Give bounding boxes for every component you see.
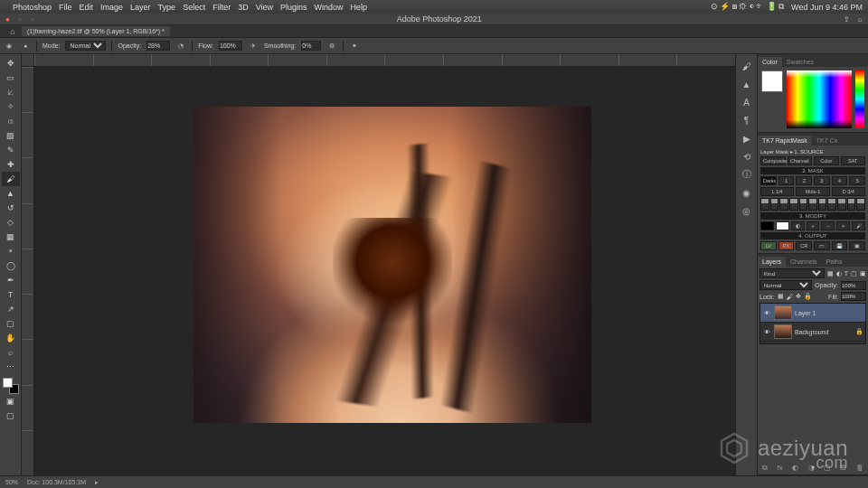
tk-zone1[interactable]: 1 — [778, 176, 795, 185]
fill-input[interactable] — [841, 292, 866, 301]
tk-out-lv[interactable]: LV — [760, 241, 777, 250]
zoom-icon[interactable]: ● — [31, 15, 35, 23]
menubar-clock[interactable]: Wed Jun 9 4:46 PM — [791, 3, 863, 12]
search-icon[interactable]: ⌕ — [858, 15, 863, 23]
menu-select[interactable]: Select — [183, 3, 205, 12]
eyedropper-tool-icon[interactable]: ✎ — [2, 143, 20, 157]
tk-icon[interactable]: ◉ — [738, 184, 756, 201]
frame-tool-icon[interactable]: ▧ — [2, 128, 20, 143]
tab-layers[interactable]: Layers — [758, 257, 786, 267]
ruler-vertical[interactable] — [22, 67, 34, 475]
color-spectrum[interactable] — [787, 70, 852, 128]
path-tool-icon[interactable]: ↗ — [2, 302, 20, 316]
shape-tool-icon[interactable]: ▢ — [2, 316, 20, 331]
tab-tk-cx[interactable]: TK7 Cx — [812, 136, 842, 145]
tk-mod-black[interactable] — [760, 221, 774, 230]
tk-mod-white[interactable] — [776, 221, 789, 230]
layer-name[interactable]: Background — [795, 329, 828, 335]
move-tool-icon[interactable]: ✥ — [2, 56, 20, 70]
menu-view[interactable]: View — [256, 3, 273, 12]
action-panel-icon[interactable]: ▶ — [738, 130, 756, 146]
brush-panel-icon[interactable]: 🖌 — [738, 58, 756, 74]
app-menu[interactable]: Photoshop — [13, 3, 52, 12]
airbrush-icon[interactable]: ✈ — [248, 41, 259, 52]
status-icons[interactable]: ⊙ ⚡ ▣ ⚙ ◐ ᯤ 🔋 ⧉ — [711, 2, 785, 12]
share-icon[interactable]: ⇪ — [844, 15, 850, 23]
lock-pix-icon[interactable]: 🖌 — [787, 294, 793, 300]
tool-preset-icon[interactable]: ◉ — [4, 41, 14, 52]
group-icon[interactable]: ▢ — [824, 464, 831, 473]
menu-type[interactable]: Type — [158, 3, 176, 12]
wand-tool-icon[interactable]: ✧ — [2, 99, 20, 114]
visibility-icon[interactable]: 👁 — [762, 327, 771, 336]
link-layers-icon[interactable]: ⧉ — [762, 464, 768, 473]
brush-tool-icon[interactable]: 🖌 — [2, 172, 20, 186]
tk-composite-button[interactable]: Composite — [760, 156, 786, 165]
zoom-tool-icon[interactable]: ⌕ — [2, 345, 20, 360]
layer-name[interactable]: Layer 1 — [795, 310, 816, 316]
tab-tk-rapidmask[interactable]: TK7 RapidMask — [758, 136, 812, 145]
layer-blend-select[interactable]: Normal — [760, 280, 812, 290]
tk-mod-x[interactable]: × — [836, 221, 850, 230]
blend-mode-select[interactable]: Normal — [65, 41, 106, 51]
heal-tool-icon[interactable]: ✚ — [2, 157, 20, 172]
tk-mod-plus[interactable]: + — [807, 221, 820, 230]
para-panel-icon[interactable]: ¶ — [738, 112, 756, 128]
tk-out-px[interactable]: PX — [778, 241, 795, 250]
clone-panel-icon[interactable]: ▲ — [738, 76, 756, 92]
layer-opacity-input[interactable] — [841, 281, 866, 290]
tab-color[interactable]: Color — [758, 57, 782, 67]
brush-preview-icon[interactable]: ● — [20, 41, 31, 52]
filter-shape-icon[interactable]: ▢ — [851, 270, 857, 277]
fx-icon[interactable]: fx — [778, 464, 783, 473]
color-swatches[interactable] — [3, 378, 19, 394]
dodge-tool-icon[interactable]: ◯ — [2, 258, 20, 273]
tk-zone3[interactable]: 3 — [814, 176, 830, 185]
tk-l14[interactable]: L 1/4 — [760, 187, 794, 196]
marquee-tool-icon[interactable]: ▭ — [2, 70, 20, 85]
new-layer-icon[interactable]: ⊞ — [840, 464, 846, 473]
filter-pix-icon[interactable]: ▦ — [827, 270, 834, 277]
opacity-input[interactable] — [146, 41, 170, 51]
doc-size[interactable]: Doc: 100.3M/105.3M — [27, 479, 86, 485]
screenmode-icon[interactable]: ▢ — [2, 408, 20, 423]
visibility-icon[interactable]: 👁 — [762, 308, 771, 317]
pen-tool-icon[interactable]: ✒ — [2, 273, 20, 287]
tk-darks-button[interactable]: Darks — [760, 176, 777, 185]
tk-mids-button[interactable]: Mids-1 — [796, 187, 829, 196]
close-icon[interactable]: ● — [5, 15, 10, 23]
filter-type-icon[interactable]: T — [844, 270, 848, 277]
tk-mod-brush[interactable]: 🖌 — [852, 221, 865, 230]
mask-icon[interactable]: ◐ — [792, 464, 798, 473]
type-tool-icon[interactable]: T — [2, 287, 20, 302]
menu-plugins[interactable]: Plugins — [280, 3, 307, 12]
tk-d34[interactable]: D 3/4 — [832, 187, 865, 196]
menu-image[interactable]: Image — [100, 3, 123, 12]
hand-tool-icon[interactable]: ✋ — [2, 331, 20, 345]
hue-slider[interactable] — [855, 70, 864, 128]
canvas-area[interactable] — [22, 54, 735, 475]
layer-thumb[interactable] — [774, 324, 792, 339]
blur-tool-icon[interactable]: ∘ — [2, 244, 20, 258]
delete-layer-icon[interactable]: 🗑 — [856, 464, 863, 473]
layer-filter-select[interactable]: Kind — [760, 268, 825, 278]
layer-row[interactable]: 👁 Layer 1 — [760, 304, 865, 323]
tk-mod-mask[interactable]: ◐ — [791, 221, 805, 230]
tk-zone5[interactable]: 5 — [849, 176, 865, 185]
filter-smart-icon[interactable]: ▣ — [860, 270, 866, 277]
layer-thumb[interactable] — [774, 305, 792, 320]
tk-out-fill[interactable]: ▣ — [849, 241, 865, 250]
ruler-horizontal[interactable] — [34, 54, 735, 67]
minimize-icon[interactable]: ● — [18, 15, 23, 23]
adjustment-icon[interactable]: ◑ — [808, 464, 815, 473]
ruler-origin[interactable] — [22, 54, 34, 67]
menu-3d[interactable]: 3D — [238, 3, 249, 12]
char-panel-icon[interactable]: A — [738, 94, 756, 110]
tk-out-cr[interactable]: CR — [796, 241, 812, 250]
lasso-tool-icon[interactable]: ⟀ — [2, 85, 20, 99]
menu-file[interactable]: File — [59, 3, 72, 12]
tk-out-sel[interactable]: ▭ — [814, 241, 830, 250]
menu-layer[interactable]: Layer — [130, 3, 151, 12]
crop-tool-icon[interactable]: ⟃ — [2, 114, 20, 128]
menu-help[interactable]: Help — [351, 3, 368, 12]
